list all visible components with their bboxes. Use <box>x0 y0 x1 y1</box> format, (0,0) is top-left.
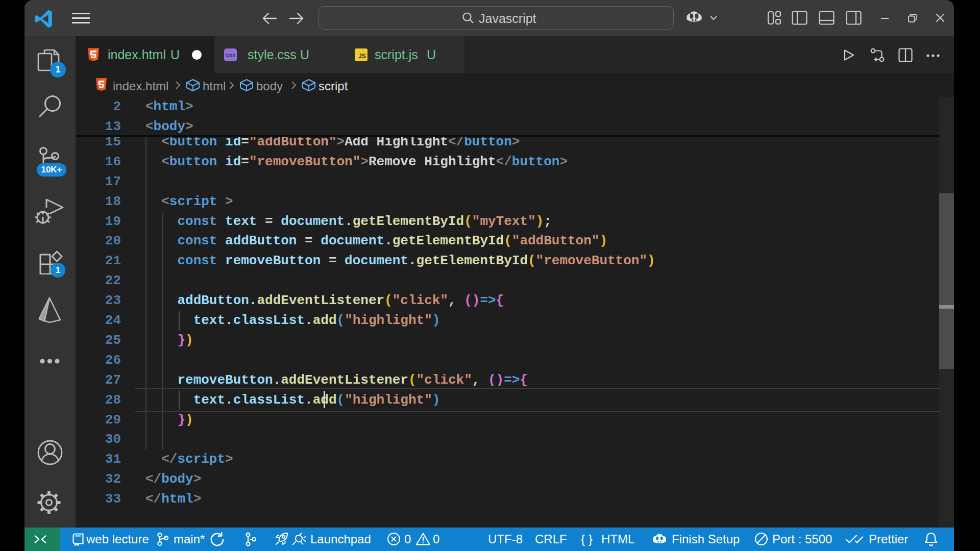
svg-text:JS: JS <box>358 53 366 60</box>
svg-text:CSS: CSS <box>226 53 236 58</box>
